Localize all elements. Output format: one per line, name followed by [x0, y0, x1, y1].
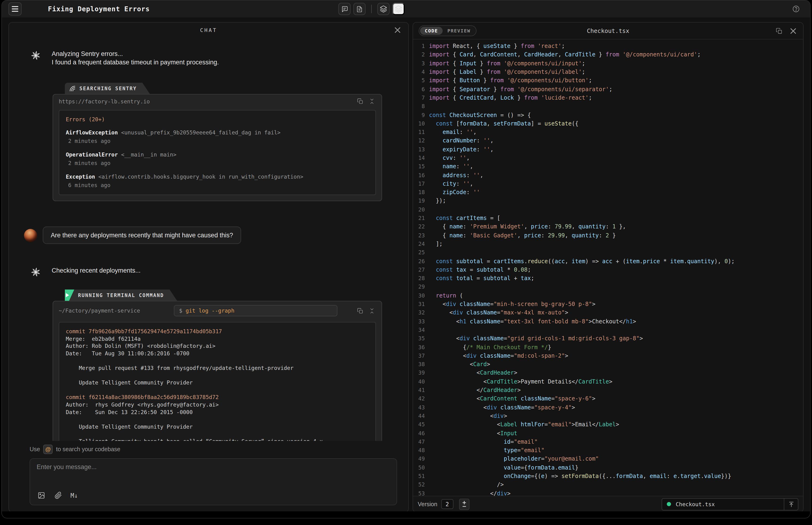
help-circle-icon: [792, 4, 800, 14]
version-label: Version: [418, 501, 437, 507]
help-button[interactable]: [791, 4, 801, 14]
terminal-output: commit 7fb9626a9bb7fd175629474e5729a1174…: [59, 322, 376, 441]
sentry-url: https://factory-lb.sentry.io: [59, 98, 150, 105]
code-line: 47 id="email": [417, 437, 803, 446]
code-line: 19 });: [417, 197, 803, 205]
codebase-search-hint: Use @ to search your codebase: [30, 445, 397, 454]
chat-footer: Use @ to search your codebase Enter you …: [9, 441, 408, 512]
code-line: 52 />: [417, 480, 803, 489]
code-line: 25: [417, 248, 803, 257]
terminal-command-input[interactable]: $ git log --graph: [174, 305, 337, 316]
code-line: 48 type="email": [417, 446, 803, 455]
code-line: 17 city: '',: [417, 180, 803, 188]
code-line: 18 zipCode: '': [417, 188, 803, 197]
export-file-button[interactable]: [784, 498, 798, 510]
code-line: 7import { CreditCard, Lock } from 'lucid…: [417, 93, 803, 102]
code-line: 41 </CardHeader>: [417, 386, 803, 394]
terminal-card-header: ~/Factory/payment-service $ git log --gr…: [53, 301, 382, 320]
chevrons-collapse-icon: [369, 98, 375, 104]
document-view-button[interactable]: [353, 3, 366, 15]
terminal-copy-button[interactable]: [356, 307, 364, 315]
hamburger-menu-button[interactable]: [9, 2, 21, 15]
terminal-output-line: [66, 387, 369, 394]
terminal-output-line: Merge: eb2ba0d f62114a: [66, 335, 369, 343]
pinwheel-logo-icon: [31, 50, 41, 61]
code-line: 11 email: '',: [417, 128, 803, 137]
message-input-placeholder: Enter you message...: [37, 463, 390, 470]
markdown-toggle-button[interactable]: M↓: [71, 492, 78, 499]
code-line: 46 <Input: [417, 429, 803, 438]
code-line: 12 cardNumber: '',: [417, 137, 803, 145]
sentry-errors-title: Errors (20+): [66, 116, 369, 123]
active-file-name[interactable]: Checkout.tsx: [676, 501, 784, 507]
code-line: 49 placeholder="your@email.com": [417, 455, 803, 463]
user-avatar: [24, 229, 37, 242]
version-value[interactable]: 2: [441, 499, 453, 509]
code-line: 24 ];: [417, 240, 803, 249]
version-stepper[interactable]: [459, 498, 469, 510]
code-line: 1import React, { useState } from 'react'…: [417, 42, 803, 50]
terminal-play-chip: [60, 289, 74, 301]
upload-icon: [788, 501, 794, 507]
sentry-tool-tab-label: SEARCHING SENTRY: [79, 86, 137, 91]
assistant-message-text: Analyzing Sentry errors... I found a fre…: [52, 50, 219, 67]
terminal-prompt: $: [179, 308, 182, 314]
code-copy-button[interactable]: [775, 27, 783, 35]
code-line: 2import { Card, CardContent, CardHeader,…: [417, 50, 803, 59]
sentry-errors-list: AirflowException <unusual_prefix_9b20559…: [66, 129, 369, 189]
chevrons-collapse-icon: [369, 308, 375, 314]
tab-preview[interactable]: PREVIEW: [443, 27, 475, 35]
sentry-copy-button[interactable]: [356, 97, 364, 105]
code-line: 44 <div>: [417, 412, 803, 420]
code-line: 36 {/* Main Checkout Form */}: [417, 343, 803, 351]
code-line: 10 const [formData, setFormData] = useSt…: [417, 119, 803, 128]
code-editor: 1import React, { useState } from 'react'…: [413, 40, 803, 496]
chat-panel-title: CHAT: [200, 27, 217, 33]
sentry-logo-icon: [70, 85, 76, 91]
copy-icon: [357, 308, 363, 314]
sentry-collapse-button[interactable]: [368, 97, 376, 105]
terminal-output-line: [66, 372, 369, 379]
terminal-output-line: Date: Tue Aug 30 11:00:26:2016 -0700: [66, 350, 369, 357]
hamburger-icon: [12, 6, 18, 12]
terminal-collapse-button[interactable]: [368, 307, 376, 315]
attach-image-button[interactable]: [37, 491, 46, 500]
code-line: 20: [417, 205, 803, 214]
close-icon: [394, 27, 401, 33]
file-text-icon: [356, 5, 363, 13]
chat-close-button[interactable]: [393, 26, 402, 34]
code-line: 14 cvv: '',: [417, 154, 803, 162]
terminal-output-line: [66, 357, 369, 365]
window-bottom-strip: [2, 511, 810, 518]
code-line: 37 <div className="md:col-span-2">: [417, 351, 803, 360]
sentry-error-item: Exception <airflow.contrib.hooks.bigquer…: [66, 174, 369, 189]
code-line: 45 <Label htmlFor="email">Email</Label>: [417, 420, 803, 429]
code-line: 4import { Label } from '@/components/ui/…: [417, 68, 803, 76]
terminal-card: ~/Factory/payment-service $ git log --gr…: [52, 301, 382, 441]
layers-active-button[interactable]: [377, 3, 389, 15]
paperclip-icon: [55, 492, 62, 499]
code-close-button[interactable]: [789, 27, 797, 35]
chat-panel-header: CHAT: [9, 22, 408, 38]
message-input[interactable]: Enter you message... M↓: [30, 458, 397, 505]
chat-view-button[interactable]: [338, 3, 351, 15]
code-line: 27 const tax = subtotal * 0.08;: [417, 265, 803, 274]
code-line: 43 <div className="space-y-4">: [417, 403, 803, 412]
code-line: 22 { name: 'Premium Widget', price: 79.9…: [417, 222, 803, 231]
page: Fixing Deployment Errors: [0, 0, 812, 525]
tab-code[interactable]: CODE: [420, 27, 443, 35]
at-key-badge: @: [43, 445, 52, 454]
layers-secondary-button[interactable]: [393, 3, 404, 15]
assistant-message: Checking recent deployments...: [31, 267, 382, 279]
code-line: 32 <div className="max-w-4xl mx-auto">: [417, 308, 803, 317]
terminal-cwd: ~/Factory/payment-service: [59, 308, 140, 314]
terminal-output-line: Author: Rob Dolin (MSFT) <robdolin@facto…: [66, 343, 369, 350]
layers-icon-2: [395, 5, 402, 13]
terminal-output-line: Update Telligent Community Provider: [66, 379, 369, 387]
code-line: 6import { Separator } from '@/components…: [417, 85, 803, 93]
close-icon: [790, 28, 796, 34]
attach-file-button[interactable]: [53, 491, 63, 500]
code-line: 42 <CardContent className="space-y-6">: [417, 394, 803, 403]
chat-message-list: Analyzing Sentry errors... I found a fre…: [9, 38, 408, 441]
layers-icon: [380, 5, 387, 13]
